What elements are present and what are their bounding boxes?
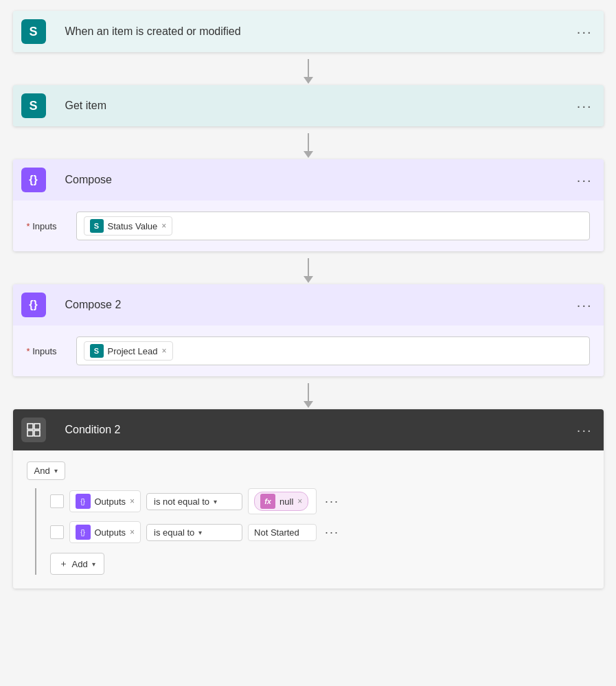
condition2-more-button[interactable]: ··· [566,422,604,438]
add-condition-button[interactable]: ＋ Add ▾ [50,553,104,575]
and-chevron-icon: ▾ [54,467,58,475]
get-item-step: S Get item ··· [13,85,604,126]
compose2-input-row: * Inputs S Project Lead × [27,336,590,365]
add-label: Add [72,559,88,569]
condition-svg-icon [25,422,42,438]
condition-row-1: {} Outputs × is not equal to ▾ fx null × [36,488,590,514]
compose-more-button[interactable]: ··· [566,172,604,188]
condition-row-2: {} Outputs × is equal to ▾ Not Started ·… [36,521,590,543]
condition-outputs-token-2: {} Outputs × [69,521,141,543]
status-value-token: S Status Value × [84,216,173,236]
outputs-icon-1: {} [76,494,91,509]
condition-value-1: fx null × [248,488,317,514]
arrow-line-3 [308,258,309,277]
outputs-close-2[interactable]: × [130,527,135,537]
compose2-icon-wrapper: {} [13,284,54,325]
compose2-header: {} Compose 2 ··· [13,284,604,325]
condition-checkbox-1[interactable] [50,494,64,508]
fx-icon-1: fx [260,494,275,509]
arrow-line-4 [308,383,309,402]
operator-label-2: is equal to [154,527,194,538]
sharepoint-icon-2: S [21,93,46,118]
svg-rect-3 [34,431,40,436]
arrow-2 [13,126,604,159]
not-started-label: Not Started [254,527,299,538]
condition2-body: And ▾ {} Outputs × is not equal [13,450,604,588]
arrow-4 [13,376,604,409]
compose-title: Compose [54,174,566,186]
condition-row1-more[interactable]: ··· [322,494,342,509]
operator-chevron-2: ▾ [198,529,202,536]
arrow-line-2 [308,133,309,152]
status-value-label: Status Value [108,221,158,231]
compose2-title: Compose 2 [54,299,566,311]
conditions-group: {} Outputs × is not equal to ▾ fx null × [35,488,590,575]
outputs-label-1: Outputs [95,496,126,507]
arrow-line-1 [308,59,309,78]
get-item-title: Get item [54,100,566,112]
operator-label-1: is not equal to [154,496,209,507]
compose-icon-wrapper: {} [13,159,54,201]
compose2-more-button[interactable]: ··· [566,297,604,313]
project-lead-close[interactable]: × [162,346,167,356]
compose2-body: * Inputs S Project Lead × [13,325,604,376]
status-value-close[interactable]: × [161,221,166,231]
get-item-header: S Get item ··· [13,85,604,126]
compose-icon: {} [21,168,46,192]
condition-row2-more[interactable]: ··· [322,525,342,540]
sharepoint-icon: S [21,19,46,44]
compose-input-field[interactable]: S Status Value × [76,211,590,240]
trigger-more-button[interactable]: ··· [566,24,604,40]
add-icon: ＋ [59,558,68,570]
condition-operator-1[interactable]: is not equal to ▾ [146,493,242,510]
compose2-icon: {} [21,293,46,317]
project-lead-token: S Project Lead × [84,341,173,361]
condition2-step: Condition 2 ··· And ▾ {} Outputs [13,409,604,588]
condition2-icon [21,418,46,442]
trigger-title: When an item is created or modified [54,25,566,38]
trigger-icon-wrapper: S [13,11,54,52]
add-chevron-icon: ▾ [92,560,95,568]
and-label: And [34,466,50,476]
condition2-icon-wrapper [13,409,54,450]
compose-header: {} Compose ··· [13,159,604,201]
condition2-title: Condition 2 [54,424,566,436]
compose2-step: {} Compose 2 ··· * Inputs S Project Lead… [13,284,604,376]
compose-input-row: * Inputs S Status Value × [27,211,590,240]
condition-outputs-token-1: {} Outputs × [69,490,141,512]
get-item-icon-wrapper: S [13,85,54,126]
svg-rect-2 [27,431,33,436]
arrow-3 [13,251,604,284]
condition-checkbox-2[interactable] [50,525,64,539]
status-value-icon: S [90,219,104,233]
compose-step: {} Compose ··· * Inputs S Status Value × [13,159,604,251]
condition-operator-2[interactable]: is equal to ▾ [146,524,242,541]
null-close[interactable]: × [297,496,302,506]
get-item-more-button[interactable]: ··· [566,98,604,114]
svg-rect-1 [34,424,40,429]
outputs-close-1[interactable]: × [130,496,135,506]
trigger-step: S When an item is created or modified ··… [13,11,604,52]
compose2-input-label: * Inputs [27,346,68,356]
null-chip: fx null × [254,492,308,511]
project-lead-label: Project Lead [108,346,158,356]
and-dropdown[interactable]: And ▾ [27,461,65,480]
null-label: null [280,496,293,507]
compose-body: * Inputs S Status Value × [13,201,604,251]
outputs-label-2: Outputs [95,527,126,538]
compose2-input-field[interactable]: S Project Lead × [76,336,590,365]
svg-rect-0 [27,424,33,429]
condition2-header: Condition 2 ··· [13,409,604,450]
flow-container: S When an item is created or modified ··… [14,11,602,588]
arrow-1 [13,52,604,85]
condition-value-2[interactable]: Not Started [248,524,317,541]
compose-input-label: * Inputs [27,221,68,231]
project-lead-icon: S [90,344,104,358]
trigger-header: S When an item is created or modified ··… [13,11,604,52]
operator-chevron-1: ▾ [214,498,217,505]
outputs-icon-2: {} [76,525,91,540]
